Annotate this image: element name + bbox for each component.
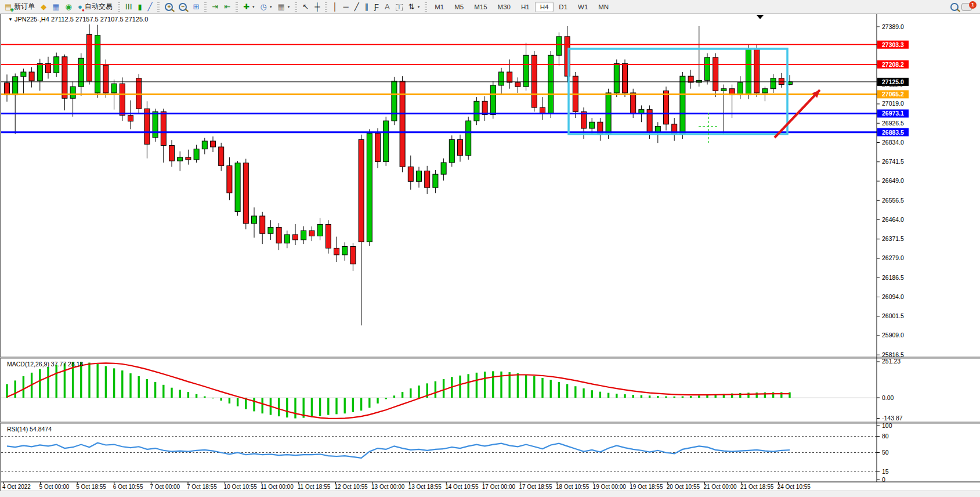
svg-text:24 Oct 10:55: 24 Oct 10:55	[778, 484, 811, 490]
svg-text:26279.0: 26279.0	[882, 254, 904, 261]
add-indicator-icon: ✚	[243, 3, 249, 10]
candlestick-type-button[interactable]: ▮	[135, 0, 144, 14]
svg-text:20 Oct 10:55: 20 Oct 10:55	[667, 484, 700, 490]
auto-scroll-button[interactable]: ⇥	[209, 0, 221, 14]
svg-text:0: 0	[882, 476, 885, 483]
signals-icon-icon: ◉	[66, 3, 72, 10]
text-label-icon: T	[396, 4, 403, 11]
crosshair-icon: ┼	[314, 3, 320, 10]
timeframe-d1-button[interactable]: D1	[554, 2, 573, 12]
timeframe-m30-button[interactable]: M30	[493, 2, 516, 12]
svg-text:5 Oct 18:55: 5 Oct 18:55	[76, 484, 106, 490]
new-order-button[interactable]: ▤✚新订单	[2, 0, 38, 14]
svg-text:15: 15	[882, 468, 889, 475]
svg-text:17 Oct 18:55: 17 Oct 18:55	[519, 484, 552, 490]
chart-collapse-icon[interactable]: ▼	[8, 17, 13, 22]
toolbar-grip	[157, 2, 160, 12]
text-button[interactable]: A	[382, 0, 393, 14]
horizontal-line-icon: ─	[343, 3, 349, 10]
svg-text:26834.0: 26834.0	[882, 139, 904, 146]
text-label-button[interactable]: T	[393, 0, 406, 14]
svg-text:100: 100	[882, 422, 892, 429]
chart-ohlc-values: 27112.5 27157.5 27107.5 27125.0	[51, 16, 148, 23]
panel-backgrounds	[0, 14, 980, 497]
bar-chart-type-button[interactable]: ☰	[122, 0, 135, 14]
toolbar-grip	[204, 2, 207, 12]
auto-trading-button[interactable]: ●●自动交易	[75, 0, 115, 14]
svg-text:12 Oct 10:55: 12 Oct 10:55	[334, 484, 368, 490]
svg-text:7 Oct 18:55: 7 Oct 18:55	[187, 484, 217, 490]
svg-text:17 Oct 00:00: 17 Oct 00:00	[482, 484, 516, 490]
chart-shift-button[interactable]: ⇤	[221, 0, 233, 14]
signals-icon[interactable]: ◉	[63, 0, 75, 14]
line-chart-type-icon: ╱	[148, 3, 153, 10]
cursor-icon: ↖	[302, 3, 309, 10]
chevron-down-icon: ▾	[252, 5, 255, 9]
timeframe-mn-button[interactable]: MN	[593, 2, 614, 12]
svg-text:13 Oct 18:55: 13 Oct 18:55	[408, 484, 442, 490]
chart-window-icon[interactable]: ▦	[49, 0, 62, 14]
svg-text:27208.2: 27208.2	[882, 61, 904, 68]
timeframe-m5-button[interactable]: M5	[449, 2, 469, 12]
svg-text:26464.0: 26464.0	[882, 216, 904, 223]
svg-text:21 Oct 18:55: 21 Oct 18:55	[740, 484, 774, 490]
text-icon: A	[385, 3, 390, 10]
svg-text:14 Oct 10:55: 14 Oct 10:55	[445, 484, 479, 490]
svg-text:21 Oct 00:00: 21 Oct 00:00	[703, 484, 737, 490]
chevron-down-icon: ▾	[288, 5, 290, 9]
svg-text:27125.0: 27125.0	[882, 78, 904, 85]
macd-label: MACD(12,26,9) 37.77 28.18	[7, 361, 83, 368]
svg-text:26094.0: 26094.0	[882, 293, 904, 300]
rsi-label: RSI(14) 54.8474	[7, 426, 52, 433]
timeframe-h4-button[interactable]: H4	[535, 2, 554, 12]
add-indicator-button[interactable]: ✚▾	[240, 0, 257, 14]
auto-scroll-icon: ⇥	[212, 3, 218, 10]
zoom-out-button[interactable]: −	[176, 0, 190, 14]
timeframe-m15-button[interactable]: M15	[469, 2, 492, 12]
symbols-cube-icon-icon: ◆	[41, 3, 46, 10]
trendline-icon: ╱	[355, 3, 359, 10]
svg-text:13 Oct 00:00: 13 Oct 00:00	[371, 484, 405, 490]
notification-badge: 1	[969, 1, 977, 9]
candlestick-type-icon: ▮	[138, 3, 142, 10]
svg-text:27065.2: 27065.2	[882, 91, 904, 98]
chevron-down-icon: ▾	[270, 5, 272, 9]
cursor-button[interactable]: ↖	[299, 0, 312, 14]
zoom-in-button[interactable]: +	[162, 0, 176, 14]
notifications-button[interactable]: 1	[961, 3, 972, 11]
svg-text:-143.87: -143.87	[882, 415, 903, 422]
symbols-cube-icon[interactable]: ◆	[38, 0, 49, 14]
period-button[interactable]: ◷▾	[258, 0, 275, 14]
svg-text:18 Oct 10:55: 18 Oct 10:55	[556, 484, 590, 490]
fibonacci-button[interactable]: Ƒ	[371, 0, 382, 14]
svg-text:251.23: 251.23	[882, 358, 901, 365]
toolbar-grip	[295, 2, 297, 12]
svg-text:26371.5: 26371.5	[882, 235, 904, 242]
svg-text:25816.5: 25816.5	[882, 351, 904, 358]
svg-text:11 Oct 00:00: 11 Oct 00:00	[261, 484, 294, 490]
vertical-line-button[interactable]: │	[330, 0, 340, 14]
timeframe-h1-button[interactable]: H1	[516, 2, 535, 12]
arrows-icon: ⇅	[408, 3, 415, 10]
equidistant-channel-button[interactable]: ∥	[362, 0, 372, 14]
tile-windows-icon: ⊞	[193, 3, 199, 10]
template-icon: ▦	[277, 3, 284, 10]
tile-windows-button[interactable]: ⊞	[190, 0, 202, 14]
chart-title: ▼ JPN225-,H4 27112.5 27157.5 27107.5 271…	[8, 16, 148, 23]
search-button[interactable]	[948, 0, 961, 14]
crosshair-button[interactable]: ┼	[312, 0, 323, 14]
trendline-button[interactable]: ╱	[352, 0, 362, 14]
chart-area[interactable]: 27389.027296.527204.027111.527019.026926…	[0, 14, 980, 497]
badge-icon: ✚	[10, 8, 15, 13]
line-chart-type-button[interactable]: ╱	[145, 0, 156, 14]
chart-shift-icon: ⇤	[224, 3, 230, 10]
horizontal-line-button[interactable]: ─	[341, 0, 352, 14]
chart-canvas[interactable]: 27389.027296.527204.027111.527019.026926…	[0, 14, 980, 497]
timeframe-m1-button[interactable]: M1	[429, 2, 449, 12]
timeframe-w1-button[interactable]: W1	[573, 2, 593, 12]
svg-text:26926.5: 26926.5	[882, 120, 904, 127]
template-button[interactable]: ▦▾	[274, 0, 292, 14]
period-icon: ◷	[261, 3, 267, 10]
svg-text:26186.5: 26186.5	[882, 274, 904, 281]
arrows-button[interactable]: ⇅▾	[406, 0, 422, 14]
